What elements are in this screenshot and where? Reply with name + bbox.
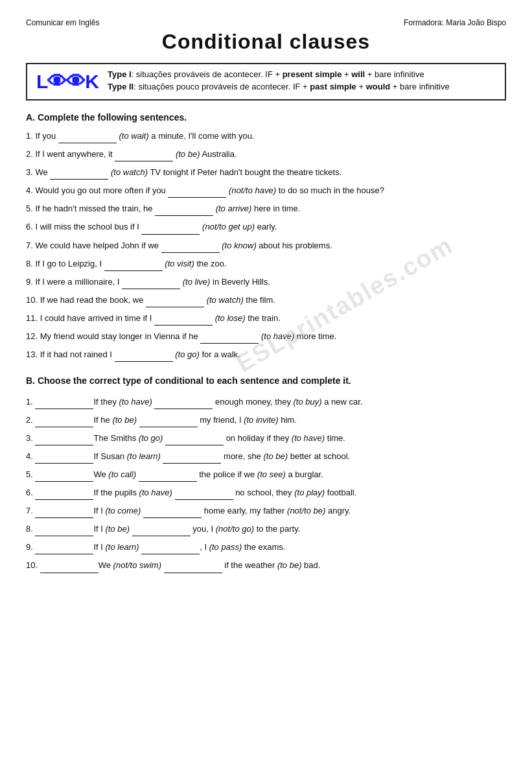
section-a-item: 13. If it had not rained I (to go) for a… (26, 348, 506, 362)
section-b-item: 9. If I (to learn) , I (to pass) the exa… (26, 540, 506, 554)
sentence-num: 12. (26, 331, 38, 341)
fill-blank[interactable] (154, 316, 213, 326)
type2-label: Type II (108, 82, 133, 91)
sentence-num: 7. (26, 241, 33, 250)
fill-blank[interactable] (139, 418, 198, 427)
sentence-num: 9. (26, 542, 33, 552)
fill-blank[interactable] (141, 226, 200, 235)
section-a-item: 1. If you (to wait) a minute, I'll come … (26, 129, 506, 143)
fill-blank[interactable] (146, 298, 204, 307)
fill-blank[interactable] (35, 436, 93, 445)
hint: (to call) (108, 469, 136, 479)
page-title: Conditional clauses (26, 30, 506, 54)
fill-blank[interactable] (115, 353, 173, 362)
section-a-list: 1. If you (to wait) a minute, I'll come … (26, 129, 506, 362)
fill-blank[interactable] (35, 491, 93, 500)
hint: (not/to swim) (113, 560, 161, 570)
hint: (to pass) (209, 542, 242, 552)
fill-blank[interactable] (164, 564, 222, 573)
fill-blank[interactable] (35, 418, 93, 427)
fill-blank[interactable] (50, 171, 108, 180)
hint: (to be) (112, 415, 137, 425)
hint: (to go) (175, 349, 200, 359)
section-b-item: 3. The Smiths (to go) on holiday if they… (26, 431, 506, 445)
hint: (to watch) (111, 167, 148, 177)
hint: (to have) (292, 433, 325, 443)
hint: (to be) (263, 451, 288, 461)
look-info-box: L👁👁K Type I: situações prováveis de acon… (26, 63, 506, 101)
sentence-num: 1. (26, 397, 33, 407)
hint: (to go) (139, 433, 163, 443)
sentence-num: 3. (26, 167, 33, 177)
section-a-item: 12. My friend would stay longer in Vienn… (26, 329, 506, 344)
hint: (to wait) (119, 131, 149, 141)
fill-blank[interactable] (40, 564, 98, 573)
hint: (to buy) (294, 397, 322, 407)
hint: (to arrive) (216, 204, 252, 213)
fill-blank[interactable] (35, 545, 93, 554)
sentence-num: 5. (26, 469, 33, 479)
fill-blank[interactable] (154, 400, 213, 409)
section-a-item: 8. If I go to Leipzig, I (to visit) the … (26, 257, 506, 271)
fill-blank[interactable] (122, 280, 180, 289)
sentence-num: 10. (26, 560, 38, 570)
sentence-num: 2. (26, 415, 33, 425)
look-logo: L👁👁K (36, 72, 98, 91)
fill-blank[interactable] (35, 473, 93, 482)
section-a-item: 9. If I were a millionaire, I (to live) … (26, 275, 506, 289)
section-a-title: A. Complete the following sentences. (26, 112, 506, 123)
section-b-item: 6. If the pupils (to have) no school, th… (26, 486, 506, 500)
hint: (not/to get up) (202, 222, 255, 231)
section-b-item: 1. If they (to have) enough money, they … (26, 395, 506, 409)
section-a-item: 2. If I went anywhere, it (to be) Austra… (26, 147, 506, 161)
hint: (to learn) (106, 542, 139, 552)
hint: (not/to go) (216, 524, 254, 534)
fill-blank[interactable] (58, 134, 117, 143)
fill-blank[interactable] (132, 527, 191, 536)
hint: (to play) (294, 488, 325, 497)
header-left: Comunicar em Inglês (26, 18, 99, 27)
fill-blank[interactable] (139, 473, 197, 482)
section-a-item: 4. Would you go out more often if you (n… (26, 184, 506, 198)
fill-blank[interactable] (104, 262, 163, 271)
sentence-num: 2. (26, 149, 33, 159)
hint: (to have) (119, 397, 152, 407)
section-a-item: 6. I will miss the school bus if I (not/… (26, 220, 506, 234)
hint: (not/to have) (229, 185, 276, 195)
fill-blank[interactable] (168, 189, 226, 198)
hint: (to be) (277, 560, 302, 570)
fill-blank[interactable] (143, 509, 202, 518)
fill-blank[interactable] (115, 152, 173, 161)
section-b-item: 5. We (to call) the police if we (to see… (26, 468, 506, 482)
section-b-item: 2. If he (to be) my friend, I (to invite… (26, 413, 506, 427)
hint: (to watch) (207, 295, 244, 305)
section-b-title: B. Choose the correct type of conditiona… (26, 373, 506, 388)
hint: (to know) (222, 241, 256, 250)
fill-blank[interactable] (35, 455, 93, 464)
hint: (to have) (261, 331, 294, 341)
sentence-num: 7. (26, 506, 33, 515)
fill-blank[interactable] (141, 545, 200, 554)
fill-blank[interactable] (165, 436, 224, 445)
section-b-item: 7. If I (to come) home early, my father … (26, 504, 506, 518)
sentence-num: 10. (26, 295, 38, 305)
sentence-num: 6. (26, 488, 33, 497)
section-a-item: 10. If we had read the book, we (to watc… (26, 293, 506, 307)
fill-blank[interactable] (163, 455, 221, 464)
fill-blank[interactable] (35, 509, 93, 518)
fill-blank[interactable] (175, 491, 233, 500)
sentence-num: 9. (26, 277, 33, 287)
fill-blank[interactable] (161, 244, 220, 253)
fill-blank[interactable] (35, 527, 93, 536)
fill-blank[interactable] (200, 335, 259, 344)
section-b-list: 1. If they (to have) enough money, they … (26, 395, 506, 573)
sentence-num: 1. (26, 131, 33, 141)
hint: (to see) (257, 469, 286, 479)
section-a-item: 5. If he hadn't missed the train, he (to… (26, 202, 506, 216)
fill-blank[interactable] (155, 207, 213, 216)
header-right: Formadora: Maria João Bispo (404, 18, 506, 27)
hint: (to come) (106, 506, 141, 515)
fill-blank[interactable] (35, 400, 93, 409)
sentence-num: 6. (26, 222, 33, 231)
hint: (to learn) (127, 451, 161, 461)
